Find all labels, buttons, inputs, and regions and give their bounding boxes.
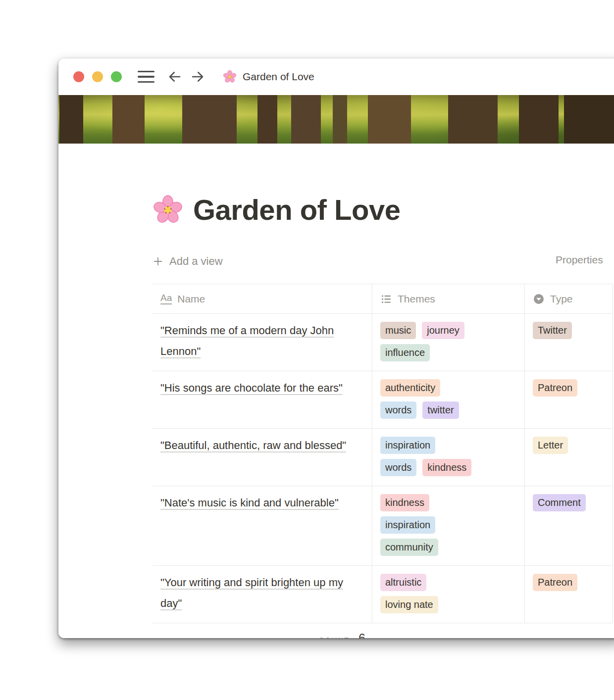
theme-tag[interactable]: words xyxy=(380,459,416,476)
page-title-row: Garden of Love xyxy=(153,193,614,226)
row-type-cell[interactable]: Patreon xyxy=(525,566,613,623)
tag-line: musicjourney xyxy=(380,322,516,339)
page-emoji-cherry-blossom-icon[interactable] xyxy=(153,195,183,225)
tag-line: influence xyxy=(380,344,516,361)
type-tag[interactable]: Twitter xyxy=(533,322,572,339)
count-value: 6 xyxy=(358,631,365,639)
theme-tag[interactable]: inspiration xyxy=(380,437,435,454)
theme-tag[interactable]: music xyxy=(380,322,416,339)
cherry-blossom-icon xyxy=(223,70,237,84)
type-tag[interactable]: Patreon xyxy=(533,574,577,591)
type-tag[interactable]: Patreon xyxy=(533,379,577,397)
theme-tag[interactable]: community xyxy=(380,539,438,556)
theme-tag[interactable]: authenticity xyxy=(380,379,440,397)
list-icon xyxy=(380,293,392,305)
add-view-button[interactable]: Add a view xyxy=(153,255,223,268)
table-header-row: Aa Name Themes Type xyxy=(153,284,613,314)
table-row[interactable]: "Nate's music is kind and vulnerable" ki… xyxy=(153,486,613,566)
row-name-text[interactable]: "Reminds me of a modern day John Lennon" xyxy=(160,324,334,357)
tag-line: wordstwitter xyxy=(380,401,516,419)
table-row[interactable]: "Reminds me of a modern day John Lennon"… xyxy=(153,314,613,371)
tag-line: wordskindness xyxy=(380,459,516,476)
theme-tag[interactable]: journey xyxy=(422,322,464,339)
column-label: Themes xyxy=(398,293,435,305)
theme-tag[interactable]: kindness xyxy=(422,459,471,476)
row-type-cell[interactable]: Letter xyxy=(525,429,613,486)
row-name-cell[interactable]: "Your writing and spirit brighten up my … xyxy=(153,566,372,623)
row-name-text[interactable]: "Beautiful, authentic, raw and blessed" xyxy=(160,439,346,451)
app-window: Garden of Love xyxy=(58,58,614,638)
row-name-cell[interactable]: "Nate's music is kind and vulnerable" xyxy=(153,486,372,565)
theme-tag[interactable]: influence xyxy=(380,344,430,361)
theme-tag[interactable]: inspiration xyxy=(380,516,435,534)
tag-line: authenticity xyxy=(380,379,516,397)
add-view-label: Add a view xyxy=(169,255,223,268)
back-arrow-icon[interactable] xyxy=(167,69,182,84)
tag-line: loving nate xyxy=(380,596,516,613)
tag-line: altruistic xyxy=(380,574,516,591)
theme-tag[interactable]: kindness xyxy=(380,494,429,511)
plus-icon xyxy=(153,256,163,267)
zoom-window-button[interactable] xyxy=(111,71,122,82)
table-row[interactable]: "Beautiful, authentic, raw and blessed" … xyxy=(153,429,613,486)
row-themes-cell[interactable]: musicjourneyinfluence xyxy=(372,314,525,371)
row-themes-cell[interactable]: authenticitywordstwitter xyxy=(372,371,525,428)
type-tag[interactable]: Letter xyxy=(533,437,568,454)
desktop: { "window": { "titlebar": { "title": "Ga… xyxy=(0,0,614,700)
forward-arrow-icon[interactable] xyxy=(190,69,205,84)
row-name-cell[interactable]: "Beautiful, authentic, raw and blessed" xyxy=(153,429,372,486)
database-table: Aa Name Themes Type xyxy=(153,284,613,638)
table-row[interactable]: "His songs are chocolate for the ears" a… xyxy=(153,371,613,429)
tag-line: inspiration xyxy=(380,516,516,534)
page-title[interactable]: Garden of Love xyxy=(193,193,400,226)
window-title: Garden of Love xyxy=(243,71,314,83)
row-name-text[interactable]: "Your writing and spirit brighten up my … xyxy=(160,576,343,609)
column-header-themes[interactable]: Themes xyxy=(372,284,525,313)
table-row[interactable]: "Your writing and spirit brighten up my … xyxy=(153,566,613,623)
theme-tag[interactable]: words xyxy=(380,401,416,419)
tag-line: inspiration xyxy=(380,437,516,454)
row-name-text[interactable]: "Nate's music is kind and vulnerable" xyxy=(160,497,339,509)
close-window-button[interactable] xyxy=(73,71,84,82)
theme-tag[interactable]: twitter xyxy=(422,401,459,419)
count-calculation[interactable]: COUNT 6 xyxy=(153,631,372,639)
row-name-text[interactable]: "His songs are chocolate for the ears" xyxy=(160,382,343,394)
table-footer: COUNT 6 xyxy=(153,623,613,638)
row-themes-cell[interactable]: inspirationwordskindness xyxy=(372,429,525,486)
properties-button[interactable]: Properties xyxy=(556,254,603,266)
page-content: Garden of Love Add a view Properties Aa … xyxy=(58,144,614,638)
theme-tag[interactable]: loving nate xyxy=(380,596,438,613)
row-themes-cell[interactable]: altruisticloving nate xyxy=(372,566,525,623)
tag-line: kindness xyxy=(380,494,516,511)
type-tag[interactable]: Comment xyxy=(533,494,586,511)
table-body: "Reminds me of a modern day John Lennon"… xyxy=(153,314,613,623)
view-controls: Add a view Properties xyxy=(153,253,614,270)
row-themes-cell[interactable]: kindnessinspirationcommunity xyxy=(372,486,525,565)
column-header-name[interactable]: Aa Name xyxy=(153,284,372,313)
row-type-cell[interactable]: Twitter xyxy=(525,314,613,371)
hamburger-menu-icon[interactable] xyxy=(138,71,154,83)
column-label: Type xyxy=(550,293,573,305)
theme-tag[interactable]: altruistic xyxy=(380,574,426,591)
page-cover-image xyxy=(58,95,614,144)
titlebar: Garden of Love xyxy=(58,58,614,95)
row-type-cell[interactable]: Comment xyxy=(525,486,613,565)
row-type-cell[interactable]: Patreon xyxy=(525,371,613,428)
tag-line: community xyxy=(380,539,516,556)
column-label: Name xyxy=(177,293,205,305)
minimize-window-button[interactable] xyxy=(92,71,103,82)
column-header-type[interactable]: Type xyxy=(525,284,613,313)
window-controls xyxy=(73,71,122,82)
text-icon: Aa xyxy=(160,293,172,304)
row-name-cell[interactable]: "Reminds me of a modern day John Lennon" xyxy=(153,314,372,371)
row-name-cell[interactable]: "His songs are chocolate for the ears" xyxy=(153,371,372,428)
select-icon xyxy=(533,293,545,305)
count-label: COUNT xyxy=(319,636,350,639)
